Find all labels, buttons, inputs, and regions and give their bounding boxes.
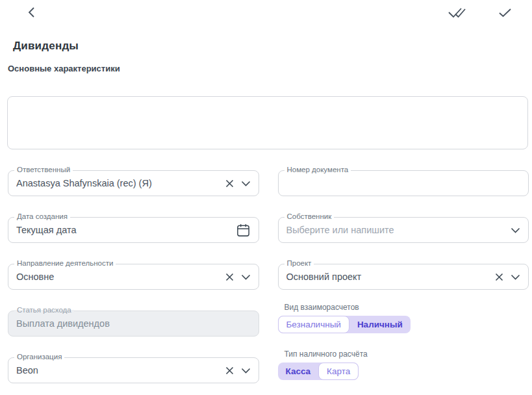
field-activity-direction-label: Направление деятельности (14, 259, 116, 267)
field-responsible-value: Anastasya Shafynskaia (rec) (Я) (16, 178, 220, 188)
field-responsible[interactable]: Ответственный Anastasya Shafynskaia (rec… (8, 170, 259, 196)
field-creation-date-value: Текущая дата (16, 225, 231, 235)
clear-icon[interactable] (225, 179, 234, 188)
toggle-option-cashless[interactable]: Безналичный (278, 316, 349, 333)
clear-icon[interactable] (225, 366, 234, 375)
field-creation-date-label: Дата создания (14, 212, 70, 220)
field-activity-direction-icons (225, 273, 251, 281)
toggle-option-card[interactable]: Карта (318, 363, 359, 380)
field-organization-icons (225, 366, 251, 375)
save-button[interactable] (498, 8, 512, 18)
field-organization[interactable]: Организация Beon (8, 357, 259, 383)
doc-number-input[interactable] (286, 178, 521, 188)
field-project[interactable]: Проект Основний проект (278, 264, 529, 290)
field-doc-number[interactable]: Номер документа (278, 170, 529, 196)
calendar-icon[interactable] (236, 223, 251, 238)
section-title: Основные характеристики (8, 64, 532, 73)
back-button[interactable] (27, 6, 36, 18)
field-expense-item: Статья расхода Выплата дивидендов (8, 311, 259, 337)
field-owner-placeholder: Выберите или напишите (286, 225, 506, 235)
approve-all-button[interactable] (448, 7, 466, 18)
field-responsible-icons (225, 179, 251, 188)
dividends-form-page: Дивиденды Основные характеристики Ответс… (0, 0, 532, 395)
chevron-down-icon[interactable] (241, 368, 251, 374)
field-responsible-label: Ответственный (14, 166, 73, 173)
field-project-value: Основний проект (286, 272, 490, 282)
toggle-option-cash-desk[interactable]: Касса (278, 363, 319, 380)
chevron-down-icon[interactable] (241, 181, 251, 186)
settlement-kind-toggle: Безналичный Наличный (278, 316, 411, 333)
chevron-left-icon (27, 6, 36, 18)
field-project-icons (495, 273, 520, 281)
field-owner-icons (511, 227, 520, 233)
toggle-option-cash[interactable]: Наличный (349, 316, 411, 333)
chevron-down-icon[interactable] (241, 274, 251, 280)
clear-icon[interactable] (495, 273, 503, 281)
toolbar-actions (448, 7, 512, 18)
chevron-down-icon[interactable] (511, 227, 520, 233)
field-owner-label: Собственник (285, 212, 335, 220)
field-expense-item-label: Статья расхода (14, 306, 74, 314)
double-check-icon (448, 7, 466, 18)
field-activity-direction[interactable]: Направление деятельности Основне (8, 264, 259, 290)
description-textarea[interactable] (7, 96, 528, 149)
field-expense-item-value: Выплата дивидендов (16, 318, 251, 329)
field-owner[interactable]: Собственник Выберите или напишите (278, 217, 529, 243)
field-activity-direction-value: Основне (16, 272, 220, 282)
field-project-label: Проект (285, 259, 314, 267)
cash-type-label: Тип наличного расчёта (285, 350, 529, 359)
field-doc-number-label: Номер документа (285, 166, 351, 173)
field-creation-date-icons (236, 223, 251, 238)
cash-type-toggle: Касса Карта (278, 363, 359, 380)
settlement-kind-group: Вид взаиморасчетов Безналичный Наличный (278, 303, 529, 337)
form-grid: Ответственный Anastasya Shafynskaia (rec… (0, 170, 532, 383)
chevron-down-icon[interactable] (511, 274, 520, 280)
page-title: Дивиденды (13, 40, 532, 53)
field-organization-value: Beon (16, 365, 220, 376)
check-icon (498, 8, 512, 18)
clear-icon[interactable] (225, 273, 234, 281)
cash-type-group: Тип наличного расчёта Касса Карта (278, 350, 529, 383)
settlement-kind-label: Вид взаиморасчетов (285, 303, 529, 312)
field-creation-date[interactable]: Дата создания Текущая дата (8, 217, 259, 243)
toolbar (0, 0, 532, 18)
field-organization-label: Организация (14, 353, 64, 361)
